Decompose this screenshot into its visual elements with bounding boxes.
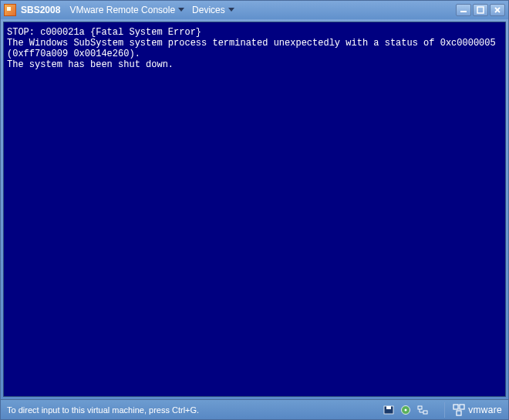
status-icons: vmware <box>383 402 502 418</box>
bsod-line: The Windows SubSystem system process ter… <box>7 38 502 59</box>
guest-screen[interactable]: STOP: c000021a {Fatal System Error}The W… <box>3 22 506 397</box>
chevron-down-icon <box>178 8 184 12</box>
status-hint: To direct input to this virtual machine,… <box>7 405 199 415</box>
vmware-logo: vmware <box>444 402 502 418</box>
svg-rect-15 <box>460 405 464 409</box>
svg-marker-1 <box>228 8 234 12</box>
svg-point-9 <box>405 408 407 411</box>
menu-devices[interactable]: Devices <box>190 3 236 17</box>
titlebar: SBS2008 VMware Remote Console Devices <box>1 1 508 19</box>
statusbar: To direct input to this virtual machine,… <box>1 399 508 419</box>
vmware-remote-console-window: SBS2008 VMware Remote Console Devices <box>0 0 509 420</box>
vmware-boxes-icon <box>453 404 465 416</box>
maximize-button[interactable] <box>473 4 488 16</box>
vmware-logo-text: vmware <box>468 405 502 415</box>
bsod-line: STOP: c000021a {Fatal System Error} <box>7 27 502 38</box>
svg-rect-7 <box>386 406 391 409</box>
svg-rect-10 <box>418 406 422 409</box>
svg-marker-0 <box>178 8 184 12</box>
svg-rect-2 <box>460 11 467 12</box>
menu-devices-label: Devices <box>192 5 225 15</box>
svg-rect-3 <box>477 7 484 13</box>
floppy-icon[interactable] <box>383 405 395 415</box>
minimize-button[interactable] <box>456 4 471 16</box>
chevron-down-icon <box>228 8 234 12</box>
menu-console-label: VMware Remote Console <box>69 5 175 15</box>
menu-vmware-remote-console[interactable]: VMware Remote Console <box>68 3 186 17</box>
svg-rect-16 <box>457 411 461 415</box>
window-controls <box>456 4 505 16</box>
network-icon[interactable] <box>416 405 429 415</box>
svg-rect-14 <box>453 405 458 409</box>
bsod-line: The system has been shut down. <box>7 59 502 70</box>
cdrom-icon[interactable] <box>399 405 412 415</box>
app-icon <box>4 4 16 16</box>
svg-rect-11 <box>423 411 427 414</box>
close-button[interactable] <box>490 4 505 16</box>
vm-name-label: SBS2008 <box>21 5 60 15</box>
